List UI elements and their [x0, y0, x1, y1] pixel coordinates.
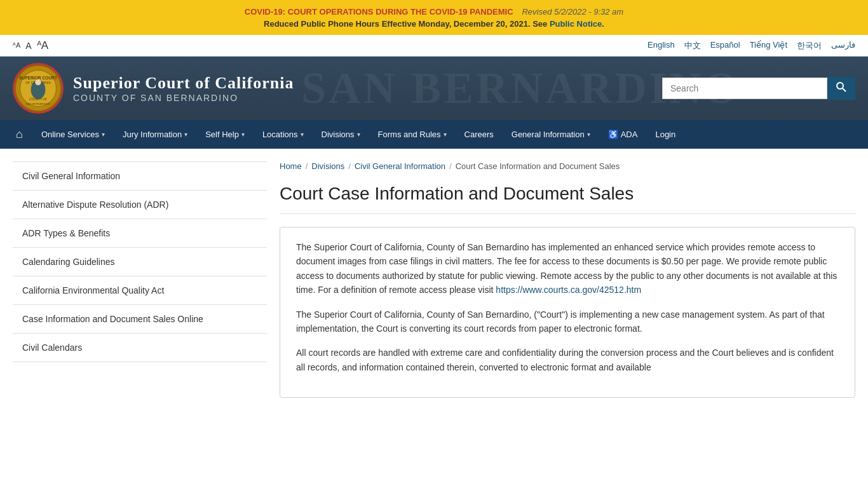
- sidebar-ceqa[interactable]: California Environmental Quality Act: [13, 276, 267, 305]
- sidebar-ceqa-label: California Environmental Quality Act: [22, 285, 164, 295]
- forms-rules-arrow: ▾: [444, 131, 447, 138]
- phone-notice-text: Reduced Public Phone Hours Effective Mon…: [264, 19, 547, 29]
- page-title: Court Case Information and Document Sale…: [280, 184, 855, 214]
- site-title: Superior Court of California County of S…: [73, 74, 662, 103]
- divisions-arrow: ▾: [357, 131, 360, 138]
- nav-login[interactable]: Login: [646, 122, 684, 147]
- nav-online-services-label: Online Services: [41, 130, 99, 139]
- breadcrumb: Home / Divisions / Civil General Informa…: [280, 161, 855, 171]
- nav-divisions[interactable]: Divisions ▾: [313, 122, 369, 147]
- font-large-button[interactable]: ᴬA: [37, 39, 48, 52]
- sidebar-civil-general-label: Civil General Information: [22, 171, 120, 181]
- nav-locations[interactable]: Locations ▾: [254, 122, 313, 147]
- breadcrumb-sep-1: /: [306, 161, 308, 171]
- svg-text:COUNTY OF: COUNTY OF: [29, 98, 47, 101]
- lang-korean[interactable]: 한국어: [797, 40, 822, 51]
- nav-jury-information[interactable]: Jury Information ▾: [114, 122, 196, 147]
- sidebar-case-info[interactable]: Case Information and Document Sales Onli…: [13, 305, 267, 334]
- nav-self-help-label: Self Help: [205, 130, 239, 139]
- breadcrumb-sep-3: /: [449, 161, 452, 171]
- breadcrumb-civil[interactable]: Civil General Information: [355, 161, 445, 171]
- svg-point-5: [35, 79, 41, 86]
- site-header: SUPERIOR COURT OF CALIFORNIA COUNTY OF S…: [0, 57, 868, 120]
- sidebar-civil-general[interactable]: Civil General Information: [13, 161, 267, 191]
- online-services-arrow: ▾: [102, 131, 105, 138]
- breadcrumb-home[interactable]: Home: [280, 161, 302, 171]
- para-2: The Superior Court of California, County…: [296, 308, 839, 336]
- courts-link[interactable]: https://www.courts.ca.gov/42512.htm: [496, 285, 641, 295]
- lang-english[interactable]: English: [648, 40, 675, 51]
- search-button[interactable]: [827, 77, 855, 100]
- court-logo: SUPERIOR COURT OF CALIFORNIA COUNTY OF S…: [13, 63, 64, 114]
- revised-date: Revised 5/2/2022 - 9:32 am: [522, 7, 623, 17]
- sidebar: Civil General Information Alternative Di…: [13, 161, 267, 454]
- nav-home-button[interactable]: ⌂: [6, 120, 32, 149]
- court-county: County of San Bernardino: [73, 93, 662, 103]
- nav-careers-label: Careers: [465, 130, 494, 139]
- lang-spanish[interactable]: Español: [710, 40, 740, 51]
- sidebar-adr[interactable]: Alternative Dispute Resolution (ADR): [13, 191, 267, 219]
- search-input[interactable]: [662, 78, 827, 99]
- ada-icon: ♿: [608, 130, 618, 139]
- phone-notice: Reduced Public Phone Hours Effective Mon…: [13, 19, 855, 29]
- utility-bar: ᴬA A ᴬA English 中文 Español Tiếng Việt 한국…: [0, 35, 868, 57]
- sidebar-adr-types[interactable]: ADR Types & Benefits: [13, 219, 267, 248]
- public-notice-link[interactable]: Public Notice: [550, 19, 602, 29]
- nav-online-services[interactable]: Online Services ▾: [32, 122, 114, 147]
- general-arrow: ▾: [587, 131, 590, 138]
- nav-jury-label: Jury Information: [123, 130, 182, 139]
- main-content: Home / Divisions / Civil General Informa…: [280, 161, 855, 454]
- para-3: All court records are handled with extre…: [296, 346, 839, 374]
- content-area: Civil General Information Alternative Di…: [0, 149, 868, 466]
- main-nav: ⌂ Online Services ▾ Jury Information ▾ S…: [0, 120, 868, 149]
- svg-text:SAN BERNARDINO: SAN BERNARDINO: [26, 102, 51, 105]
- nav-self-help[interactable]: Self Help ▾: [196, 122, 254, 147]
- svg-text:SUPERIOR COURT: SUPERIOR COURT: [19, 76, 57, 80]
- nav-ada[interactable]: ♿ ADA: [599, 122, 647, 147]
- nav-ada-label: ADA: [621, 130, 638, 139]
- language-links: English 中文 Español Tiếng Việt 한국어 فارسی: [648, 40, 855, 51]
- font-medium-button[interactable]: A: [25, 41, 31, 51]
- breadcrumb-divisions[interactable]: Divisions: [311, 161, 344, 171]
- sidebar-civil-calendars-label: Civil Calendars: [22, 342, 82, 353]
- nav-careers[interactable]: Careers: [456, 122, 503, 147]
- para-1: The Superior Court of California, County…: [296, 240, 839, 297]
- nav-login-label: Login: [655, 130, 675, 139]
- sidebar-adr-label: Alternative Dispute Resolution (ADR): [22, 200, 168, 210]
- lang-farsi[interactable]: فارسی: [831, 40, 855, 51]
- svg-point-8: [837, 83, 843, 89]
- svg-line-9: [843, 88, 846, 92]
- content-box: The Superior Court of California, County…: [280, 227, 855, 398]
- lang-chinese[interactable]: 中文: [684, 40, 701, 51]
- sidebar-calendaring[interactable]: Calendaring Guidelines: [13, 248, 267, 276]
- court-name: Superior Court of California: [73, 74, 662, 93]
- covid-title: COVID-19: COURT OPERATIONS DURING THE CO…: [245, 7, 513, 17]
- jury-arrow: ▾: [184, 131, 187, 138]
- nav-divisions-label: Divisions: [322, 130, 355, 139]
- sidebar-adr-types-label: ADR Types & Benefits: [22, 228, 110, 238]
- breadcrumb-sep-2: /: [348, 161, 351, 171]
- nav-forms-rules[interactable]: Forms and Rules ▾: [369, 122, 456, 147]
- sidebar-civil-calendars[interactable]: Civil Calendars: [13, 334, 267, 362]
- alert-bar: COVID-19: COURT OPERATIONS DURING THE CO…: [0, 0, 868, 35]
- nav-forms-rules-label: Forms and Rules: [378, 130, 441, 139]
- header-search: [662, 77, 855, 100]
- self-help-arrow: ▾: [241, 131, 245, 138]
- font-size-controls: ᴬA A ᴬA: [13, 39, 48, 52]
- sidebar-calendaring-label: Calendaring Guidelines: [22, 257, 115, 267]
- locations-arrow: ▾: [301, 131, 304, 138]
- lang-vietnamese[interactable]: Tiếng Việt: [750, 40, 787, 51]
- breadcrumb-current: Court Case Information and Document Sale…: [456, 161, 620, 171]
- nav-locations-label: Locations: [262, 130, 298, 139]
- font-small-button[interactable]: ᴬA: [13, 41, 20, 50]
- sidebar-case-info-label: Case Information and Document Sales Onli…: [22, 314, 203, 324]
- nav-general-information[interactable]: General Information ▾: [503, 122, 599, 147]
- nav-general-label: General Information: [512, 130, 585, 139]
